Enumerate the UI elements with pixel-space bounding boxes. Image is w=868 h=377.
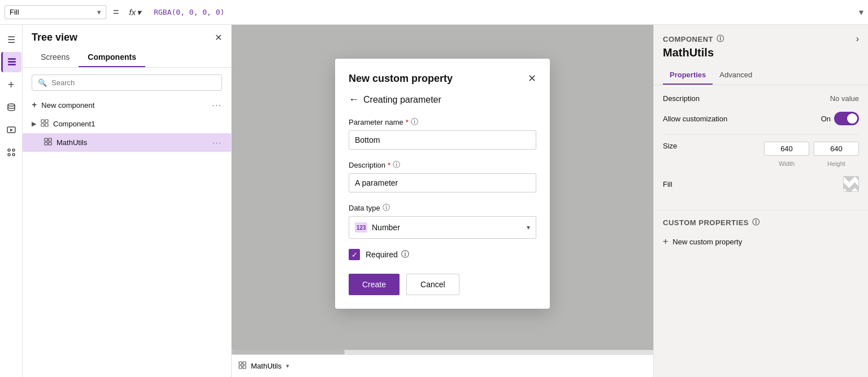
size-row: Size Width Height [663,142,859,167]
data-type-help-icon[interactable]: ⓘ [383,203,390,213]
allow-customization-toggle-wrap: On [821,112,859,125]
description-prop-label: Description [663,94,700,103]
modal-actions: Create Cancel [349,274,536,295]
tree-tabs: Screens Components [23,43,231,68]
canvas-scroll[interactable] [232,350,653,354]
tree-item-component1[interactable]: ▶ Component1 [23,115,231,133]
svg-rect-19 [239,366,242,369]
tab-properties[interactable]: Properties [663,66,713,85]
description-help-icon[interactable]: ⓘ [393,160,400,170]
width-label: Width [764,160,809,167]
add-custom-property-label: New custom property [672,238,742,246]
add-icon[interactable]: + [1,74,21,95]
check-icon: ✓ [351,251,358,259]
data-type-value: Number [372,223,522,232]
param-name-input[interactable] [349,130,536,150]
data-type-label: Data type ⓘ [349,203,536,213]
tab-advanced[interactable]: Advanced [713,66,759,85]
tree-item-mathutils[interactable]: MathUtils ··· [23,133,231,152]
data-type-field: Data type ⓘ 123 Number ▾ [349,203,536,239]
tree-search-box[interactable]: 🔍 [32,74,222,91]
param-name-help-icon[interactable]: ⓘ [411,117,418,127]
allow-customization-label: Allow customization [663,115,727,123]
param-name-field: Parameter name * ⓘ [349,117,536,150]
tab-screens[interactable]: Screens [32,48,79,67]
modal-subtitle: Creating parameter [363,95,441,105]
modal-back-row: ← Creating parameter [349,94,536,106]
new-component-more-icon[interactable]: ··· [212,100,222,109]
fill-dropdown[interactable]: Fill ▾ [5,5,106,19]
svg-rect-0 [8,58,16,60]
database-icon[interactable] [1,97,21,117]
description-required: * [388,161,390,169]
component1-chevron-icon: ▶ [32,120,36,128]
fill-swatch[interactable] [843,176,859,192]
divider-1 [663,134,859,135]
svg-rect-14 [49,138,51,141]
canvas-bottom-bar: MathUtils ▾ [232,354,653,377]
hamburger-menu-icon[interactable]: ☰ [1,29,21,50]
required-checkbox-row: ✓ Required ⓘ [349,249,536,260]
fill-row: Fill [663,176,859,192]
fx-button[interactable]: fx ▾ [126,5,145,20]
tree-search-wrap: 🔍 [23,68,231,98]
main-area: ☰ + Tree view ✕ Screens Components 🔍 [0,25,868,377]
tab-components[interactable]: Components [79,48,145,67]
new-component-row[interactable]: + New component ··· [23,98,231,115]
size-label: Size [663,142,677,150]
new-component-label: New component [41,101,94,109]
tree-close-button[interactable]: ✕ [215,32,222,43]
svg-rect-9 [41,120,44,122]
custom-props-help-icon[interactable]: ⓘ [752,217,760,227]
canvas-bottom-chevron-icon[interactable]: ▾ [286,362,289,370]
props-nav-arrow-button[interactable]: › [856,34,859,44]
description-row: Description No value [663,94,859,103]
tools-icon[interactable] [1,142,21,163]
fx-label: fx [129,7,136,17]
custom-props-header: CUSTOM PROPERTIES ⓘ [654,211,868,232]
component-help-icon[interactable]: ⓘ [717,34,724,44]
svg-point-7 [8,154,10,156]
data-type-chevron-icon: ▾ [527,223,530,231]
modal-close-button[interactable]: ✕ [528,72,536,85]
required-checkbox[interactable]: ✓ [349,249,360,260]
svg-point-5 [8,149,10,151]
allow-customization-row: Allow customization On [663,112,859,125]
formula-bar: Fill ▾ = fx ▾ ▾ [0,0,868,25]
size-values [764,142,859,156]
cancel-button[interactable]: Cancel [406,274,459,295]
size-inputs: Width Height [764,142,859,167]
svg-rect-12 [45,124,48,126]
layers-icon[interactable] [1,52,21,72]
create-button[interactable]: Create [349,274,400,295]
height-label: Height [814,160,859,167]
mathutils-more-icon[interactable]: ··· [212,138,222,147]
description-prop-value: No value [830,94,859,103]
tree-header: Tree view ✕ [23,25,231,43]
fx-chevron-icon: ▾ [137,7,141,17]
description-input[interactable] [349,173,536,192]
data-type-select[interactable]: 123 Number ▾ [349,216,536,239]
canvas-scroll-thumb[interactable] [232,350,345,354]
svg-rect-11 [41,124,44,126]
custom-props-title: CUSTOM PROPERTIES [663,218,749,227]
modal-back-button[interactable]: ← [349,94,359,106]
props-body: Description No value Allow customization… [654,85,868,210]
size-height-input[interactable] [814,142,859,156]
tree-items: ▶ Component1 MathUtils ··· [23,115,231,377]
search-input[interactable] [51,78,216,87]
formula-input[interactable] [149,6,854,19]
media-icon[interactable] [1,120,21,140]
number-icon: 123 [355,222,367,233]
size-width-input[interactable] [764,142,809,156]
props-panel: COMPONENT ⓘ › MathUtils Properties Advan… [653,25,868,377]
required-help-icon[interactable]: ⓘ [401,249,409,260]
svg-rect-15 [45,142,47,145]
svg-rect-16 [49,142,51,145]
component1-label: Component1 [53,120,95,128]
mathutils-label: MathUtils [57,138,87,147]
add-custom-property-row[interactable]: + New custom property [654,232,868,251]
required-checkbox-label: Required ⓘ [366,249,409,260]
param-name-label: Parameter name * ⓘ [349,117,536,127]
allow-customization-toggle[interactable] [834,112,859,125]
